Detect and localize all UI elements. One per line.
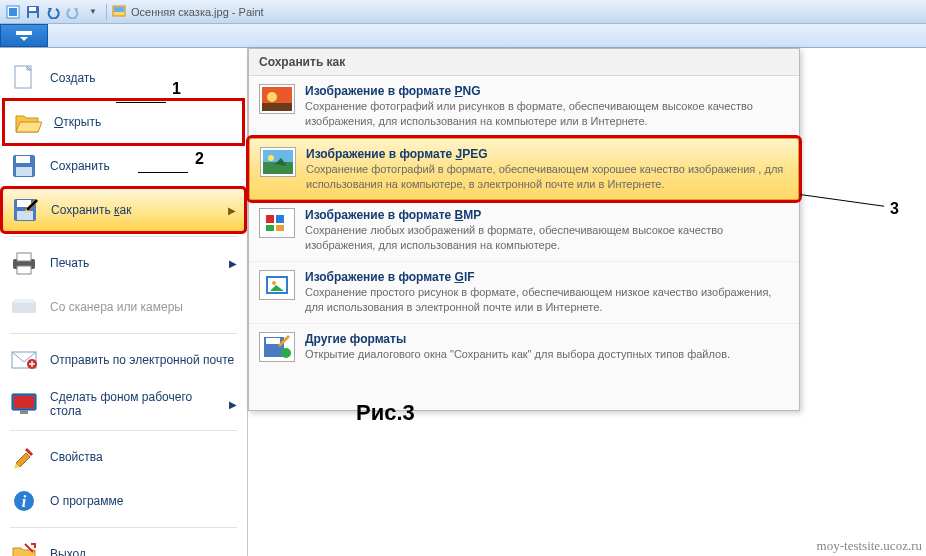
save-icon[interactable] [24, 3, 42, 21]
svg-rect-7 [16, 31, 32, 35]
menu-new[interactable]: Создать [0, 56, 247, 100]
gif-icon [259, 270, 295, 300]
menu-open[interactable]: Открыть [4, 100, 243, 144]
open-icon [14, 108, 42, 136]
submenu-header: Сохранить как [249, 49, 799, 76]
menu-exit[interactable]: Выход [0, 532, 247, 556]
submenu-item-png[interactable]: Изображение в формате PNG Сохранение фот… [249, 76, 799, 138]
svg-point-43 [281, 348, 291, 358]
svg-rect-29 [262, 103, 292, 111]
menu-label: Сохранить как [51, 203, 216, 217]
submenu-item-other[interactable]: Другие форматы Открытие диалогового окна… [249, 324, 799, 370]
svg-text:i: i [22, 493, 27, 510]
annotation-line [138, 172, 188, 173]
menu-save-as[interactable]: Сохранить как ▶ [2, 188, 245, 232]
svg-point-32 [268, 155, 274, 161]
svg-rect-23 [14, 396, 34, 408]
submenu-item-title: Изображение в формате JPEG [306, 147, 788, 161]
file-backstage: Создать Открыть Сохранить Сохранить как … [0, 48, 926, 556]
titlebar: ▼ Осенняя сказка.jpg - Paint [0, 0, 926, 24]
annotation-line [116, 102, 166, 103]
svg-rect-17 [17, 266, 31, 274]
svg-rect-10 [16, 156, 30, 163]
menu-save[interactable]: Сохранить [0, 144, 247, 188]
info-icon: i [10, 487, 38, 515]
submenu-item-desc: Сохранение фотографий в формате, обеспеч… [306, 162, 788, 192]
save-icon [10, 152, 38, 180]
redo-icon[interactable] [64, 3, 82, 21]
figure-caption: Рис.3 [356, 400, 415, 426]
submenu-item-title: Изображение в формате GIF [305, 270, 789, 284]
menu-scanner: Со сканера или камеры [0, 285, 247, 329]
svg-rect-16 [17, 253, 31, 261]
svg-rect-11 [16, 167, 32, 176]
qat-dropdown-icon[interactable]: ▼ [84, 3, 102, 21]
menu-desktop-bg[interactable]: Сделать фоном рабочего стола ▶ [0, 382, 247, 426]
menu-label: О программе [50, 494, 237, 508]
file-menu: Создать Открыть Сохранить Сохранить как … [0, 48, 248, 556]
png-icon [259, 84, 295, 114]
quick-access-toolbar: ▼ [4, 3, 102, 21]
annotation-3: 3 [890, 200, 899, 218]
svg-rect-24 [20, 410, 28, 414]
save-as-submenu: Сохранить как Изображение в формате PNG … [248, 48, 800, 411]
menu-label: Печать [50, 256, 217, 270]
svg-rect-3 [29, 7, 36, 11]
svg-rect-14 [17, 211, 33, 220]
svg-rect-36 [266, 225, 274, 231]
separator [10, 527, 237, 528]
menu-label: Открыть [54, 115, 233, 129]
separator [10, 430, 237, 431]
scanner-icon [10, 293, 38, 321]
email-icon [10, 346, 38, 374]
chevron-right-icon: ▶ [229, 258, 237, 269]
submenu-item-title: Другие форматы [305, 332, 789, 346]
svg-rect-35 [276, 215, 284, 223]
svg-rect-34 [266, 215, 274, 223]
menu-properties[interactable]: Свойства [0, 435, 247, 479]
desktop-icon [10, 390, 38, 418]
document-icon [111, 4, 127, 20]
properties-icon [10, 443, 38, 471]
menu-label: Свойства [50, 450, 237, 464]
menu-send-email[interactable]: Отправить по электронной почте [0, 338, 247, 382]
svg-rect-1 [9, 8, 17, 16]
svg-rect-19 [14, 299, 34, 303]
menu-about[interactable]: i О программе [0, 479, 247, 523]
svg-rect-37 [276, 225, 284, 231]
file-tab[interactable] [0, 24, 48, 47]
submenu-item-gif[interactable]: Изображение в формате GIF Сохранение про… [249, 262, 799, 324]
other-formats-icon [259, 332, 295, 362]
ribbon [0, 24, 926, 48]
menu-print[interactable]: Печать ▶ [0, 241, 247, 285]
chevron-right-icon: ▶ [228, 205, 236, 216]
menu-label: Отправить по электронной почте [50, 353, 237, 367]
watermark: moy-testsite.ucoz.ru [817, 538, 922, 554]
window-title: Осенняя сказка.jpg - Paint [131, 6, 264, 18]
svg-rect-6 [114, 7, 124, 12]
jpeg-icon [260, 147, 296, 177]
annotation-2: 2 [195, 150, 204, 168]
menu-label: Со сканера или камеры [50, 300, 237, 314]
chevron-right-icon: ▶ [229, 399, 237, 410]
submenu-item-jpeg[interactable]: Изображение в формате JPEG Сохранение фо… [249, 138, 799, 201]
submenu-item-title: Изображение в формате BMP [305, 208, 789, 222]
new-icon [10, 64, 38, 92]
menu-label: Выход [50, 547, 237, 556]
annotation-1: 1 [172, 80, 181, 98]
exit-icon [10, 540, 38, 556]
print-icon [10, 249, 38, 277]
menu-label: Создать [50, 71, 237, 85]
menu-label: Сделать фоном рабочего стола [50, 390, 217, 418]
paint-app-icon[interactable] [4, 3, 22, 21]
separator [10, 333, 237, 334]
submenu-item-desc: Сохранение простого рисунок в формате, о… [305, 285, 789, 315]
svg-rect-30 [263, 150, 293, 162]
submenu-item-desc: Сохранение любых изображений в формате, … [305, 223, 789, 253]
undo-icon[interactable] [44, 3, 62, 21]
submenu-item-desc: Сохранение фотографий или рисунков в фор… [305, 99, 789, 129]
svg-point-28 [267, 92, 277, 102]
submenu-item-bmp[interactable]: Изображение в формате BMP Сохранение люб… [249, 200, 799, 262]
submenu-item-desc: Открытие диалогового окна "Сохранить как… [305, 347, 789, 362]
svg-point-40 [272, 281, 276, 285]
